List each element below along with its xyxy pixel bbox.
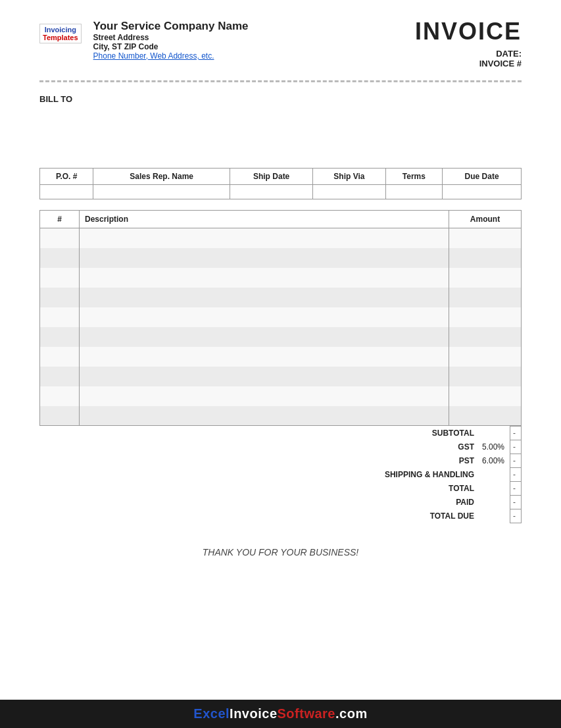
- total-value: -: [510, 482, 522, 496]
- gst-value: -: [510, 440, 522, 454]
- total-row: TOTAL -: [39, 482, 522, 496]
- item-num: [40, 228, 80, 248]
- item-num: [40, 248, 80, 268]
- item-row: [40, 288, 522, 307]
- po-col-terms: Terms: [385, 169, 443, 185]
- invoice-title: INVOICE: [415, 20, 522, 43]
- item-row: [40, 406, 522, 426]
- logo-box: Invoicing Templates: [39, 24, 82, 43]
- items-col-amount: Amount: [449, 211, 522, 228]
- invoice-num-row: INVOICE #: [479, 59, 522, 68]
- item-amount: [449, 327, 522, 347]
- company-name: Your Service Company Name: [93, 20, 249, 33]
- po-col-po: P.O. #: [40, 169, 93, 185]
- po-cell-terms: [385, 185, 443, 199]
- pst-value: -: [510, 454, 522, 468]
- header: Invoicing Templates Your Service Company…: [0, 0, 561, 68]
- items-table: # Description Amount: [39, 210, 522, 426]
- item-amount: [449, 228, 522, 248]
- footer-com: .com: [335, 706, 368, 721]
- date-label: DATE:: [496, 49, 522, 59]
- item-desc: [80, 347, 449, 367]
- shipping-value: -: [510, 468, 522, 482]
- item-row: [40, 268, 522, 288]
- po-col-ship-date: Ship Date: [230, 169, 312, 185]
- gst-label: GST: [382, 440, 479, 454]
- item-num: [40, 327, 80, 347]
- item-row: [40, 248, 522, 268]
- invoice-page: Invoicing Templates Your Service Company…: [0, 0, 561, 728]
- item-amount: [449, 268, 522, 288]
- company-street: Street Address: [93, 33, 249, 42]
- item-desc: [80, 307, 449, 327]
- item-row: [40, 327, 522, 347]
- po-col-ship-via: Ship Via: [313, 169, 385, 185]
- total-due-row: TOTAL DUE -: [39, 509, 522, 523]
- subtotal-row: SUBTOTAL -: [39, 427, 522, 440]
- invoice-meta: DATE: INVOICE #: [479, 49, 522, 68]
- item-amount: [449, 406, 522, 426]
- totals-table: SUBTOTAL - GST 5.00% - PST 6.00% - SHIPP…: [39, 426, 522, 523]
- gst-pct: 5.00%: [479, 440, 510, 454]
- item-num: [40, 288, 80, 307]
- footer-excel: Excel: [193, 706, 230, 721]
- po-cell-sales-rep: [93, 185, 230, 199]
- item-num: [40, 367, 80, 386]
- total-due-label: TOTAL DUE: [382, 509, 479, 523]
- item-amount: [449, 307, 522, 327]
- header-right: INVOICE DATE: INVOICE #: [415, 20, 522, 68]
- po-col-sales-rep: Sales Rep. Name: [93, 169, 230, 185]
- item-num: [40, 307, 80, 327]
- item-num: [40, 347, 80, 367]
- item-desc: [80, 228, 449, 248]
- logo-invoicing-text: Invoicing: [45, 26, 76, 34]
- po-cell-ship-via: [313, 185, 385, 199]
- item-desc: [80, 248, 449, 268]
- invoice-num-label: INVOICE #: [479, 59, 522, 68]
- po-cell-due-date: [443, 185, 522, 199]
- item-row: [40, 307, 522, 327]
- gst-row: GST 5.00% -: [39, 440, 522, 454]
- item-num: [40, 386, 80, 406]
- item-desc: [80, 367, 449, 386]
- item-amount: [449, 367, 522, 386]
- footer: ExcelInvoiceSoftware.com: [0, 700, 561, 728]
- po-table-wrap: P.O. # Sales Rep. Name Ship Date Ship Vi…: [0, 168, 561, 199]
- item-amount: [449, 248, 522, 268]
- po-cell-ship-date: [230, 185, 312, 199]
- item-row: [40, 347, 522, 367]
- totals-section: SUBTOTAL - GST 5.00% - PST 6.00% - SHIPP…: [0, 426, 561, 523]
- subtotal-label: SUBTOTAL: [382, 427, 479, 440]
- items-col-desc: Description: [80, 211, 449, 228]
- item-num: [40, 268, 80, 288]
- item-row: [40, 228, 522, 248]
- po-row: [40, 185, 522, 199]
- paid-row: PAID -: [39, 496, 522, 509]
- total-due-value: -: [510, 509, 522, 523]
- totals-spacer: [39, 427, 382, 440]
- company-info: Your Service Company Name Street Address…: [93, 20, 249, 61]
- thankyou-text: THANK YOU FOR YOUR BUSINESS!: [0, 547, 561, 558]
- subtotal-value: -: [510, 427, 522, 440]
- shipping-label: SHIPPING & HANDLING: [382, 468, 479, 482]
- item-amount: [449, 386, 522, 406]
- pst-label: PST: [382, 454, 479, 468]
- items-table-wrap: # Description Amount: [0, 210, 561, 426]
- bill-to-section: BILL TO: [0, 82, 561, 161]
- shipping-row: SHIPPING & HANDLING -: [39, 468, 522, 482]
- subtotal-pct: [479, 427, 510, 440]
- item-num: [40, 406, 80, 426]
- items-col-num: #: [40, 211, 80, 228]
- item-amount: [449, 347, 522, 367]
- po-col-due-date: Due Date: [443, 169, 522, 185]
- paid-label: PAID: [382, 496, 479, 509]
- company-phone[interactable]: Phone Number, Web Address, etc.: [93, 51, 249, 61]
- po-table: P.O. # Sales Rep. Name Ship Date Ship Vi…: [39, 168, 522, 199]
- item-desc: [80, 268, 449, 288]
- item-desc: [80, 386, 449, 406]
- item-row: [40, 367, 522, 386]
- header-left: Invoicing Templates Your Service Company…: [39, 20, 248, 61]
- pst-row: PST 6.00% -: [39, 454, 522, 468]
- item-desc: [80, 406, 449, 426]
- footer-software: Software: [278, 706, 335, 721]
